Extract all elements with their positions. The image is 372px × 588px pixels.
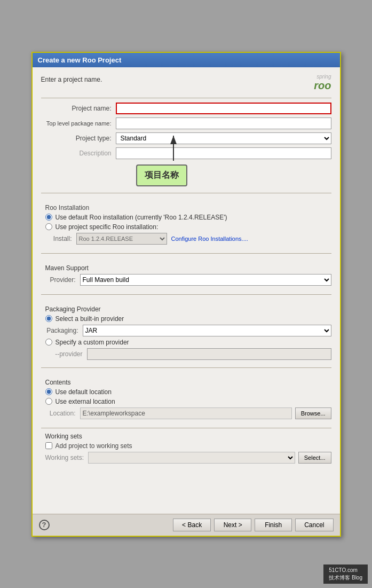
next-button[interactable]: Next > xyxy=(214,519,251,531)
divider-4 xyxy=(41,367,331,368)
project-type-select[interactable]: Standard xyxy=(116,132,331,144)
custom-provider-row: --provider xyxy=(50,348,331,360)
provider-label: Provider: xyxy=(45,276,80,284)
custom-provider-label: Specify a custom provider xyxy=(56,339,129,346)
dialog-footer: ? < Back Next > Finish Cancel xyxy=(33,514,340,536)
external-location-label: Use external location xyxy=(56,398,115,405)
working-sets-select[interactable] xyxy=(88,452,295,464)
watermark-line1: 51CTO.com xyxy=(329,567,362,574)
callout-box: 项目名称 xyxy=(136,164,187,186)
packaging-row: Packaging: JAR xyxy=(45,325,331,336)
external-location-radio[interactable] xyxy=(45,398,52,405)
dialog-title: Create a new Roo Project xyxy=(38,56,122,64)
packaging-select[interactable]: JAR xyxy=(83,325,331,336)
install-label: Install: xyxy=(50,235,76,242)
project-type-label: Project type: xyxy=(41,135,116,142)
builtin-provider-radio[interactable] xyxy=(45,315,52,322)
contents-section: Contents Use default location Use extern… xyxy=(41,372,331,424)
select-button[interactable]: Select... xyxy=(298,452,331,464)
watermark-line2: 技术博客 Blog xyxy=(329,574,362,582)
springroo-logo: spring roo xyxy=(314,74,331,91)
default-location-label: Use default location xyxy=(56,388,112,396)
add-to-working-sets-label: Add project to working sets xyxy=(56,442,132,450)
location-row: Location: Browse... xyxy=(45,407,331,419)
custom-provider-field-label: --provider xyxy=(50,350,87,358)
roo-default-radio[interactable] xyxy=(45,214,52,221)
description-input[interactable] xyxy=(116,147,331,159)
contents-title: Contents xyxy=(41,379,331,386)
location-input[interactable] xyxy=(80,407,292,419)
footer-buttons: < Back Next > Finish Cancel xyxy=(173,519,333,531)
roo-default-label: Use default Roo installation (currently … xyxy=(56,214,227,221)
location-label: Location: xyxy=(45,410,80,417)
browse-button[interactable]: Browse... xyxy=(295,407,331,419)
project-name-row: Project name: xyxy=(41,103,331,114)
logo-roo: roo xyxy=(314,80,331,91)
cancel-button[interactable]: Cancel xyxy=(295,519,333,531)
builtin-provider-label: Select a built-in provider xyxy=(56,315,124,323)
divider-2 xyxy=(41,253,331,254)
configure-link[interactable]: Configure Roo Installations.... xyxy=(171,236,248,242)
project-type-row: Project type: Standard xyxy=(41,132,331,144)
top-level-package-row: Top level package name: xyxy=(41,117,331,129)
default-location-radio[interactable] xyxy=(45,388,52,395)
divider-3 xyxy=(41,294,331,295)
maven-support-title: Maven Support xyxy=(41,264,331,272)
install-select[interactable]: Roo 1.2.4.RELEASE xyxy=(76,233,167,245)
dialog-titlebar: Create a new Roo Project xyxy=(33,53,340,67)
callout-container: 项目名称 xyxy=(120,162,331,189)
add-to-working-sets-row: Add project to working sets xyxy=(41,442,331,450)
roo-installation-section: Roo Installation Use default Roo install… xyxy=(41,198,331,249)
packaging-provider-title: Packaging Provider xyxy=(41,305,331,313)
working-sets-row: Working sets: Select... xyxy=(45,452,331,464)
header-area: Enter a project name. spring roo xyxy=(41,74,331,91)
external-location-row: Use external location xyxy=(41,398,331,405)
working-sets-title: Working sets xyxy=(41,433,331,440)
divider-5 xyxy=(41,428,331,428)
roo-specific-label: Use project specific Roo installation: xyxy=(56,223,159,231)
help-button[interactable]: ? xyxy=(39,520,50,530)
provider-row: Provider: Full Maven build xyxy=(45,274,331,286)
builtin-provider-row: Select a built-in provider xyxy=(41,315,331,323)
dialog-content: Enter a project name. spring roo Project… xyxy=(33,67,340,514)
roo-default-row: Use default Roo installation (currently … xyxy=(41,214,331,221)
callout-text: 项目名称 xyxy=(145,170,179,179)
custom-provider-radio-row: Specify a custom provider xyxy=(41,339,331,346)
custom-provider-radio[interactable] xyxy=(45,339,52,346)
working-sets-section: Working sets Add project to working sets… xyxy=(41,433,331,464)
divider-1 xyxy=(41,193,331,193)
packaging-label: Packaging: xyxy=(45,327,83,334)
dialog-subtitle: Enter a project name. xyxy=(41,74,102,83)
roo-installation-title: Roo Installation xyxy=(41,204,331,211)
divider-top xyxy=(41,98,331,98)
project-name-input[interactable] xyxy=(116,103,331,114)
roo-specific-radio[interactable] xyxy=(45,223,52,230)
roo-specific-row: Use project specific Roo installation: xyxy=(41,223,331,231)
empty-area xyxy=(41,467,331,509)
custom-provider-input[interactable] xyxy=(87,348,331,360)
maven-support-section: Maven Support Provider: Full Maven build xyxy=(41,258,331,290)
top-level-package-input[interactable] xyxy=(116,117,331,129)
description-row: Description xyxy=(41,147,331,159)
finish-button[interactable]: Finish xyxy=(255,519,292,531)
top-level-package-label: Top level package name: xyxy=(41,120,116,127)
watermark: 51CTO.com 技术博客 Blog xyxy=(323,565,368,584)
add-to-working-sets-checkbox[interactable] xyxy=(45,442,52,449)
default-location-row: Use default location xyxy=(41,388,331,396)
logo-spring: spring xyxy=(314,74,331,80)
description-label: Description xyxy=(41,150,116,157)
install-row: Install: Roo 1.2.4.RELEASE Configure Roo… xyxy=(50,233,331,245)
packaging-provider-section: Packaging Provider Select a built-in pro… xyxy=(41,299,331,363)
project-name-label: Project name: xyxy=(41,105,116,112)
working-sets-label: Working sets: xyxy=(45,454,88,461)
provider-select[interactable]: Full Maven build xyxy=(80,274,331,286)
back-button[interactable]: < Back xyxy=(173,519,211,531)
